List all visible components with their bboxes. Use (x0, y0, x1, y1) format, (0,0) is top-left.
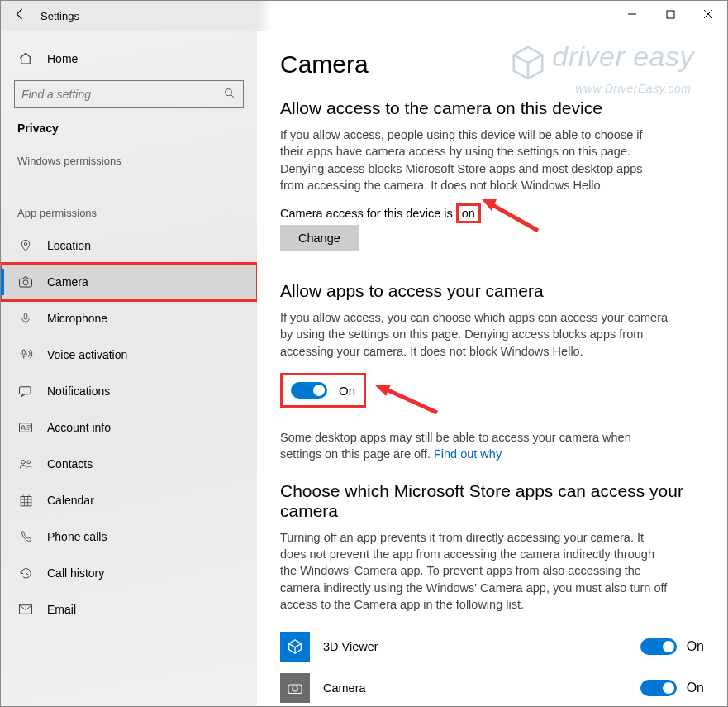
svg-point-17 (21, 461, 26, 465)
svg-line-5 (231, 95, 234, 98)
app-toggle-label: On (687, 639, 704, 654)
notifications-icon (17, 385, 34, 398)
section3-heading: Choose which Microsoft Store apps can ac… (280, 481, 704, 521)
app-toggle-label: On (687, 681, 704, 695)
history-icon (17, 566, 34, 580)
nav-call-history[interactable]: Call history (1, 555, 257, 591)
app-name: Camera (323, 681, 640, 695)
location-icon (17, 238, 34, 253)
contacts-icon (17, 457, 34, 471)
section2-heading: Allow apps to access your camera (280, 281, 704, 301)
camera-icon (17, 275, 34, 289)
nav-label: Location (47, 239, 91, 252)
nav-label: Email (47, 603, 76, 616)
nav-location[interactable]: Location (1, 227, 257, 264)
nav-label: Calendar (47, 494, 94, 507)
svg-point-13 (22, 426, 25, 428)
apps-access-toggle-label: On (339, 384, 355, 398)
nav-label: Microphone (47, 312, 107, 325)
svg-rect-9 (24, 313, 27, 319)
microphone-icon (17, 311, 34, 326)
apps-access-toggle[interactable] (291, 382, 327, 399)
search-input[interactable] (21, 88, 223, 101)
search-box[interactable] (14, 80, 244, 108)
account-icon (17, 421, 34, 434)
section2-note: Some desktop apps may still be able to a… (280, 429, 669, 463)
home-nav[interactable]: Home (1, 42, 257, 75)
nav-voice-activation[interactable]: Voice activation (1, 337, 257, 373)
maximize-button[interactable] (651, 1, 689, 27)
svg-rect-19 (21, 496, 31, 505)
device-access-status: Camera access for this device is on (280, 207, 704, 220)
email-icon (17, 604, 34, 615)
calendar-icon (17, 494, 34, 508)
section2-desc: If you allow access, you can choose whic… (280, 309, 669, 360)
nav-account-info[interactable]: Account info (1, 409, 257, 446)
svg-rect-11 (20, 387, 31, 394)
nav-email[interactable]: Email (1, 591, 257, 628)
watermark: driver easy www.DriverEasy.com (509, 41, 694, 95)
section1-desc: If you allow access, people using this d… (280, 127, 669, 193)
status-on-highlight: on (456, 203, 481, 223)
close-button[interactable] (689, 1, 727, 27)
search-icon (223, 87, 236, 103)
home-icon (17, 51, 34, 66)
section1-heading: Allow access to the camera on this devic… (280, 98, 704, 118)
category-label: Privacy (1, 120, 257, 143)
change-button[interactable]: Change (280, 225, 359, 251)
group-app-permissions: App permissions (1, 195, 257, 227)
window-controls (613, 1, 727, 27)
app-row-camera: Camera On (280, 667, 704, 706)
svg-rect-10 (22, 350, 25, 355)
app-row-3dviewer: 3D Viewer On (280, 626, 704, 667)
nav-label: Phone calls (47, 530, 107, 543)
svg-rect-1 (667, 11, 674, 18)
nav-label: Contacts (47, 457, 93, 471)
nav-microphone[interactable]: Microphone (1, 300, 257, 337)
nav-label: Camera (47, 275, 88, 289)
back-button[interactable] (1, 7, 40, 25)
svg-point-4 (226, 88, 232, 95)
section3-desc: Turning off an app prevents it from dire… (280, 529, 669, 613)
apps-access-toggle-wrap: On (280, 373, 366, 408)
svg-point-8 (23, 280, 28, 285)
3dviewer-icon (280, 632, 310, 662)
svg-point-6 (24, 242, 26, 245)
app-toggle-camera[interactable] (640, 680, 677, 696)
svg-point-18 (27, 461, 31, 464)
app-name: 3D Viewer (323, 640, 640, 653)
minimize-button[interactable] (613, 1, 651, 27)
nav-contacts[interactable]: Contacts (1, 446, 257, 482)
voice-icon (17, 348, 34, 361)
nav-label: Account info (47, 421, 111, 434)
nav-notifications[interactable]: Notifications (1, 373, 257, 409)
svg-point-28 (293, 686, 297, 691)
nav-label: Notifications (47, 385, 110, 398)
nav-camera[interactable]: Camera (1, 264, 257, 300)
camera-app-icon (280, 673, 310, 703)
nav-label: Voice activation (47, 348, 127, 361)
nav-phone-calls[interactable]: Phone calls (1, 518, 257, 555)
nav-label: Call history (47, 566, 104, 580)
window-title: Settings (40, 10, 79, 22)
nav-calendar[interactable]: Calendar (1, 482, 257, 518)
sidebar: Home Privacy Windows permissions App per… (1, 31, 257, 706)
home-label: Home (47, 52, 78, 65)
group-windows-permissions: Windows permissions (1, 143, 257, 175)
find-out-why-link[interactable]: Find out why (434, 447, 502, 461)
main-panel: driver easy www.DriverEasy.com Camera Al… (257, 31, 727, 706)
phone-icon (17, 530, 34, 544)
app-toggle-3dviewer[interactable] (640, 638, 677, 655)
